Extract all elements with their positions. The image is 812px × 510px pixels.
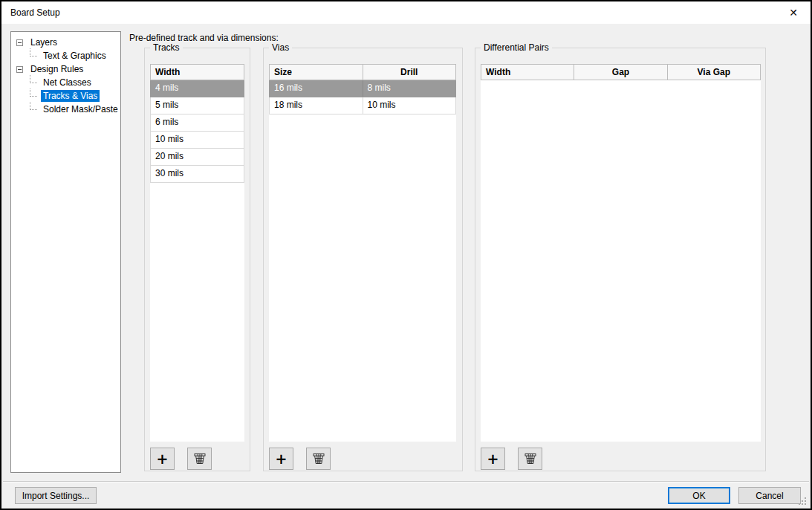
plus-icon: + (487, 452, 499, 466)
sidebar-item-tracks-vias[interactable]: Tracks & Vias (11, 89, 120, 103)
sidebar-item-label: Design Rules (28, 63, 85, 75)
tracks-grid: Width4 mils5 mils6 mils10 mils20 mils30 … (150, 64, 244, 442)
close-icon[interactable]: ✕ (776, 1, 811, 24)
differential-pairs-group-title: Differential Pairs (481, 42, 552, 53)
table-row[interactable]: 5 mils (150, 97, 244, 114)
tracks-group-title: Tracks (150, 42, 183, 53)
resize-grip[interactable] (805, 503, 806, 505)
column-header: Width (481, 65, 574, 80)
sidebar-item-layers[interactable]: Layers (11, 36, 120, 49)
sidebar-item-label: Layers (28, 36, 59, 48)
tree-connector (30, 88, 37, 97)
vias-group-title: Vias (269, 42, 292, 53)
differential-pairs-grid-toolbar: + (481, 448, 542, 470)
expand-minus-icon[interactable] (16, 66, 23, 73)
ok-button[interactable]: OK (668, 487, 730, 504)
table-cell: 18 mils (270, 97, 363, 114)
page-heading: Pre-defined track and via dimensions: (129, 33, 279, 43)
table-cell: 10 mils (151, 132, 244, 148)
sidebar-item-label: Net Classes (41, 77, 94, 88)
sidebar-item-text-graphics[interactable]: Text & Graphics (11, 49, 120, 62)
table-cell: 6 mils (151, 114, 244, 131)
table-row[interactable]: 10 mils (150, 132, 244, 149)
plus-icon: + (276, 452, 288, 466)
sidebar-item-solder-mask-paste[interactable]: Solder Mask/Paste (11, 103, 120, 116)
plus-icon: + (157, 452, 169, 466)
tracks-group: Tracks Width4 mils5 mils6 mils10 mils20 … (144, 48, 250, 471)
window-title: Board Setup (10, 1, 60, 24)
cancel-button[interactable]: Cancel (738, 487, 801, 504)
table-row[interactable]: 20 mils (150, 149, 244, 166)
footer-divider (3, 481, 809, 482)
expand-minus-icon[interactable] (16, 39, 23, 46)
sidebar-item-label: Tracks & Vias (41, 90, 100, 102)
table-row[interactable]: 4 mils (150, 80, 244, 97)
delete-track-button[interactable] (187, 448, 212, 470)
add-differential-pair-button[interactable]: + (481, 448, 505, 470)
table-cell: 4 mils (151, 80, 244, 97)
add-via-button[interactable]: + (269, 448, 293, 470)
board-setup-dialog: Board Setup ✕ LayersText & GraphicsDesig… (0, 0, 812, 510)
sidebar-item-design-rules[interactable]: Design Rules (11, 62, 120, 76)
column-header: Size (270, 65, 363, 80)
table-cell: 10 mils (363, 97, 456, 114)
delete-differential-pair-button[interactable] (518, 448, 542, 470)
column-header: Gap (574, 65, 667, 80)
settings-tree: LayersText & GraphicsDesign RulesNet Cla… (10, 31, 121, 473)
sidebar-item-label: Text & Graphics (41, 50, 108, 62)
column-header: Width (151, 65, 244, 80)
differential-pairs-group: Differential Pairs WidthGapVia Gap + (475, 48, 766, 471)
differential-pairs-grid: WidthGapVia Gap (481, 64, 761, 442)
tree-connector (30, 75, 37, 83)
grid-header-row: SizeDrill (269, 64, 456, 80)
grid-header-row: WidthGapVia Gap (481, 64, 761, 80)
table-row[interactable]: 18 mils10 mils (269, 97, 456, 114)
title-bar: Board Setup ✕ (1, 1, 811, 24)
vias-grid: SizeDrill16 mils8 mils18 mils10 mils (269, 64, 456, 442)
tree-connector (30, 48, 37, 57)
sidebar-item-label: Solder Mask/Paste (41, 103, 120, 115)
import-settings-button[interactable]: Import Settings... (15, 487, 97, 504)
table-row[interactable]: 6 mils (150, 114, 244, 132)
table-cell: 5 mils (151, 97, 244, 114)
table-cell: 20 mils (151, 149, 244, 165)
table-cell: 8 mils (363, 80, 456, 97)
tree-connector (30, 102, 37, 110)
table-cell: 30 mils (151, 166, 244, 182)
vias-group: Vias SizeDrill16 mils8 mils18 mils10 mil… (263, 48, 463, 471)
grid-header-row: Width (150, 64, 244, 80)
column-header: Via Gap (668, 65, 760, 80)
table-row[interactable]: 16 mils8 mils (269, 80, 456, 97)
trash-icon (311, 451, 326, 466)
sidebar-item-net-classes[interactable]: Net Classes (11, 76, 120, 89)
trash-icon (192, 451, 207, 466)
vias-grid-toolbar: + (269, 448, 331, 470)
table-row[interactable]: 30 mils (150, 166, 244, 183)
column-header: Drill (363, 65, 456, 80)
delete-via-button[interactable] (306, 448, 331, 470)
add-track-button[interactable]: + (150, 448, 175, 470)
trash-icon (523, 451, 538, 466)
tracks-grid-toolbar: + (150, 448, 212, 470)
table-cell: 16 mils (270, 80, 363, 97)
